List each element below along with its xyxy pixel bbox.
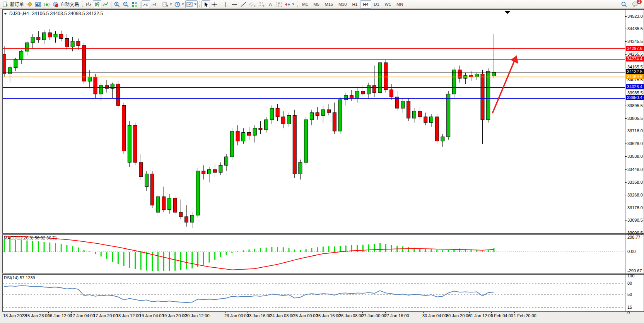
- text-button[interactable]: A: [266, 0, 275, 8]
- text-label-button[interactable]: T: [275, 0, 284, 8]
- time-axis-label: 1 Feb 04:00: [490, 313, 513, 318]
- crosshair-button[interactable]: [210, 0, 219, 8]
- autotrading-button[interactable]: [51, 0, 60, 8]
- price-tick-label: 34165.5: [627, 65, 643, 70]
- indicators-button[interactable]: [161, 0, 173, 8]
- chart-line-button[interactable]: [101, 0, 110, 8]
- zoom-in-button[interactable]: [113, 0, 121, 8]
- tile-windows-button[interactable]: [130, 0, 139, 8]
- equidistant-channel-button[interactable]: E: [248, 0, 257, 8]
- time-tick: [423, 312, 424, 313]
- time-tick: [317, 312, 317, 313]
- auto-scroll-button[interactable]: [142, 0, 150, 8]
- price-tick: [625, 54, 627, 55]
- macd-indicator-pane[interactable]: [2, 234, 644, 273]
- templates-button[interactable]: [185, 0, 198, 8]
- timeframe-button-m15[interactable]: M15: [322, 0, 336, 9]
- trendline-icon: [240, 2, 246, 7]
- time-tick: [340, 312, 340, 313]
- signals-button[interactable]: [43, 0, 51, 8]
- arrows-button[interactable]: [284, 0, 296, 8]
- zoom-out-button[interactable]: [121, 0, 130, 8]
- price-tick-label: 33805.5: [627, 116, 643, 121]
- time-tick: [491, 312, 492, 313]
- time-axis-label: 26 Jan 08:00: [339, 313, 364, 318]
- notification-count-badge: 1: [637, 0, 642, 4]
- search-button[interactable]: [620, 0, 629, 8]
- price-tick: [625, 67, 627, 67]
- time-axis-label: 27 Jan 00:00: [362, 313, 386, 318]
- price-tick-label: 33895.5: [627, 103, 643, 108]
- time-tick: [447, 312, 447, 313]
- time-axis-label: 15 Jan 23:00: [25, 313, 50, 318]
- timeframe-button-h1[interactable]: H1: [349, 0, 360, 9]
- toolbar-separator: [111, 1, 111, 8]
- notifications-button[interactable]: 1: [631, 0, 640, 8]
- new-order-label[interactable]: 新订单: [10, 1, 24, 8]
- new-order-button[interactable]: [1, 0, 9, 8]
- time-tick: [385, 312, 386, 313]
- vertical-line-button[interactable]: [221, 0, 230, 8]
- time-tick: [94, 312, 94, 313]
- dropdown-caret-icon: [194, 3, 196, 5]
- rsi-axis-label: 80: [627, 281, 632, 286]
- toolbar-grip[interactable]: [199, 1, 200, 7]
- top-toolbar: 新订单 自动交易: [0, 0, 644, 9]
- periods-button[interactable]: [173, 0, 185, 8]
- horizontal-line-icon: [231, 2, 238, 7]
- timeframe-button-h4[interactable]: H4: [360, 0, 371, 9]
- price-tick: [625, 169, 627, 170]
- rsi-axis-label: 0: [627, 310, 630, 315]
- time-tick: [514, 312, 515, 313]
- time-tick: [248, 312, 248, 313]
- time-tick: [26, 312, 26, 313]
- clock-icon: [174, 2, 181, 7]
- time-axis-label: 18 Jan 12:00: [116, 313, 141, 318]
- svg-text:F: F: [263, 5, 265, 7]
- horizontal-line-button[interactable]: [230, 0, 239, 8]
- time-axis-label: 31 Jan 12:00: [468, 313, 493, 318]
- price-tick-label: 34345.5: [627, 39, 643, 44]
- chart-window-icon: [35, 2, 41, 7]
- mql5-button[interactable]: [26, 0, 34, 8]
- chart-shift-button[interactable]: [150, 0, 159, 8]
- timeframe-button-mn[interactable]: MN: [394, 0, 406, 9]
- price-badge: 33950.4: [626, 95, 644, 100]
- fibonacci-button[interactable]: F: [257, 0, 266, 8]
- time-tick: [71, 312, 72, 313]
- price-badge: 34224.4: [626, 56, 644, 62]
- price-badge: 34026.4: [626, 84, 644, 89]
- chart-candles-button[interactable]: [93, 0, 101, 8]
- chart-shift-marker[interactable]: [505, 11, 510, 14]
- timeframe-button-m30[interactable]: M30: [336, 0, 349, 9]
- timeframe-button-m1[interactable]: M1: [299, 0, 311, 9]
- toolbar-grip[interactable]: [82, 1, 83, 7]
- timeframe-button-w1[interactable]: W1: [382, 0, 394, 9]
- toolbar-grip[interactable]: [297, 1, 298, 7]
- price-tick: [625, 16, 627, 17]
- trendline-button[interactable]: [239, 0, 248, 8]
- timeframe-button-m5[interactable]: M5: [311, 0, 322, 9]
- dropdown-caret-icon: [182, 3, 184, 5]
- signal-icon: [44, 2, 50, 7]
- chart-ohlc-values: 34106.5 34403.5 34093.5 34132.5: [32, 11, 103, 16]
- time-tick: [4, 312, 4, 313]
- autotrading-label[interactable]: 自动交易: [60, 1, 79, 8]
- rsi-indicator-pane[interactable]: [2, 274, 644, 312]
- price-tick: [625, 118, 627, 119]
- tile-windows-icon: [132, 2, 138, 7]
- time-tick: [117, 312, 117, 313]
- price-axis-border: [625, 9, 625, 312]
- trend-arrow-head: [511, 55, 518, 64]
- main-chart-pane[interactable]: [2, 9, 644, 234]
- price-tick-label: 33628.0: [627, 141, 643, 146]
- chevron-down-icon[interactable]: [4, 13, 7, 15]
- chart-bars-button[interactable]: [84, 0, 93, 8]
- price-tick-label: 33448.0: [627, 167, 643, 172]
- svg-text:A: A: [269, 2, 272, 7]
- timeframe-button-d1[interactable]: D1: [371, 0, 382, 9]
- price-tick-label: 33178.0: [627, 205, 643, 210]
- charts-window-button[interactable]: [34, 0, 43, 8]
- macd-chart-canvas: [3, 235, 644, 273]
- cursor-button[interactable]: [202, 0, 210, 8]
